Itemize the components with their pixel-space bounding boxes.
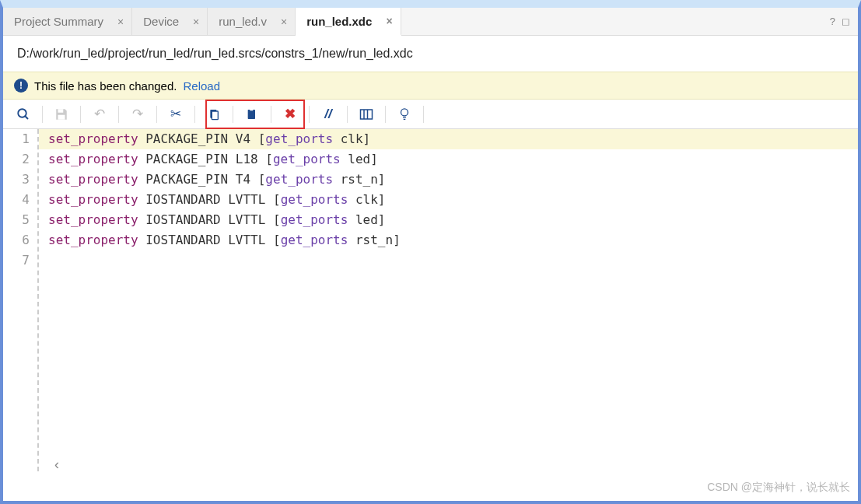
line-number: 7	[3, 250, 30, 271]
comment-icon[interactable]: //	[316, 103, 341, 125]
file-path: D:/work/run_led/project/run_led/run_led.…	[17, 47, 413, 61]
line-number: 1	[3, 129, 30, 149]
reload-link[interactable]: Reload	[183, 79, 220, 93]
copy-icon[interactable]	[201, 103, 226, 125]
save-icon	[49, 103, 74, 125]
svg-rect-2	[58, 109, 64, 113]
scroll-left-icon[interactable]: ‹	[54, 457, 59, 473]
svg-point-0	[18, 109, 26, 117]
code-line: set_property IOSTANDARD LVTTL [get_ports…	[48, 230, 858, 250]
watermark: CSDN @定海神针，说长就长	[707, 481, 850, 495]
code-line: set_property PACKAGE_PIN L18 [get_ports …	[48, 149, 858, 170]
file-changed-notification: ! This file has been changed. Reload	[3, 72, 858, 100]
code-line	[48, 250, 858, 271]
close-icon[interactable]: ×	[193, 16, 199, 28]
code-area[interactable]: set_property PACKAGE_PIN V4 [get_ports c…	[39, 129, 858, 471]
svg-rect-6	[248, 110, 255, 119]
column-select-icon[interactable]	[354, 103, 379, 125]
tab-actions: ? ◻	[830, 8, 858, 35]
notification-text: This file has been changed.	[34, 79, 177, 93]
line-number: 5	[3, 210, 30, 230]
tab-device[interactable]: Device ×	[132, 8, 208, 35]
line-gutter: 1 2 3 4 5 6 7	[3, 129, 39, 471]
tab-run-led-xdc[interactable]: run_led.xdc ×	[296, 8, 401, 36]
code-line: set_property IOSTANDARD LVTTL [get_ports…	[48, 210, 858, 230]
svg-rect-8	[361, 110, 373, 119]
tab-label: run_led.xdc	[306, 15, 372, 28]
svg-point-11	[401, 108, 408, 115]
line-number: 6	[3, 230, 30, 250]
file-path-bar: D:/work/run_led/project/run_led/run_led.…	[3, 36, 858, 72]
close-icon[interactable]: ×	[386, 15, 392, 27]
undo-icon: ↶	[87, 103, 112, 125]
tab-run-led-v[interactable]: run_led.v ×	[208, 8, 296, 35]
close-icon[interactable]: ×	[281, 16, 287, 28]
line-number: 3	[3, 170, 30, 190]
code-line: set_property PACKAGE_PIN T4 [get_ports r…	[48, 170, 858, 190]
tab-label: Project Summary	[14, 15, 103, 28]
cut-icon[interactable]: ✂	[163, 103, 188, 125]
tab-label: Device	[143, 15, 179, 28]
editor-toolbar: ↶ ↷ ✂ ✖ //	[3, 100, 858, 129]
code-line: set_property IOSTANDARD LVTTL [get_ports…	[48, 190, 858, 210]
bulb-icon[interactable]	[392, 103, 417, 125]
tab-bar: Project Summary × Device × run_led.v × r…	[3, 8, 858, 36]
tab-project-summary[interactable]: Project Summary ×	[3, 8, 132, 35]
paste-icon[interactable]	[240, 103, 264, 125]
info-icon: !	[14, 79, 28, 93]
redo-icon: ↷	[125, 103, 150, 125]
maximize-icon[interactable]: ◻	[842, 16, 850, 27]
tab-label: run_led.v	[219, 15, 267, 28]
code-editor[interactable]: 1 2 3 4 5 6 7 set_property PACKAGE_PIN V…	[3, 129, 858, 471]
help-icon[interactable]: ?	[830, 16, 835, 27]
line-number: 4	[3, 190, 30, 210]
svg-line-1	[25, 116, 28, 119]
delete-icon[interactable]: ✖	[278, 103, 303, 125]
line-number: 2	[3, 149, 30, 170]
code-line: set_property PACKAGE_PIN V4 [get_ports c…	[39, 129, 858, 149]
svg-rect-5	[212, 111, 218, 120]
close-icon[interactable]: ×	[117, 16, 124, 28]
svg-rect-7	[250, 108, 253, 110]
search-icon[interactable]	[11, 103, 36, 125]
svg-rect-3	[58, 114, 65, 119]
